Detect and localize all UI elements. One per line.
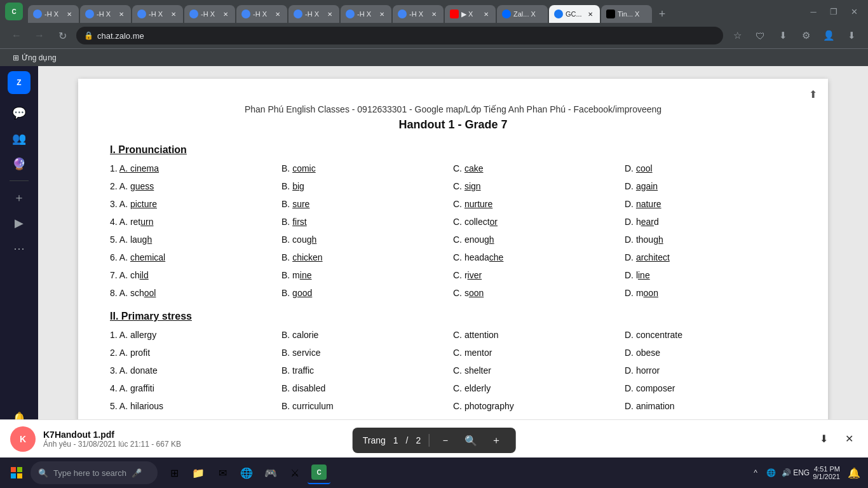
tab-5[interactable]: -H X ✕ xyxy=(236,5,287,23)
pdf-zoom-in-button[interactable]: ＋ xyxy=(487,431,505,449)
ps-3-b: B. traffic xyxy=(281,363,453,378)
download-icon[interactable]: ⬇ xyxy=(774,27,792,44)
tray-chevron[interactable]: ^ xyxy=(749,466,762,479)
ps-4-c: C. elderly xyxy=(453,381,625,396)
pdf-zoom-icon[interactable]: 🔍 xyxy=(462,431,480,449)
tab-4[interactable]: -H X ✕ xyxy=(184,5,235,23)
zalo-plus-icon[interactable]: ＋ xyxy=(8,186,31,209)
tab-youtube[interactable]: ▶ X ✕ xyxy=(445,5,496,23)
zalo-chat-icon[interactable]: 💬 xyxy=(8,102,31,125)
tab-close-5[interactable]: ✕ xyxy=(273,10,282,18)
tab-close-6[interactable]: ✕ xyxy=(325,10,334,18)
pron-1-d: D. cool xyxy=(625,161,796,176)
zalo-logo-text: Z xyxy=(17,78,21,87)
tab-close-youtube[interactable]: ✕ xyxy=(482,10,491,18)
pron-7-d: D. line xyxy=(625,268,796,283)
taskbar-edge-button[interactable]: 🌐 xyxy=(235,461,258,484)
section1-title: I. Pronunciation xyxy=(110,144,796,156)
ps-row-5: 5. A. hilarious B. curriculum C. photogr… xyxy=(110,398,796,414)
pdf-title: Handout 1 - Grade 7 xyxy=(110,118,796,132)
pdf-zoom-out-button[interactable]: － xyxy=(437,431,454,449)
back-button[interactable]: ← xyxy=(8,27,25,44)
tab-8[interactable]: -H X ✕ xyxy=(393,5,444,23)
tray-volume-icon[interactable]: 🔊 xyxy=(780,466,792,479)
taskbar-coccocactive[interactable]: C xyxy=(308,461,330,484)
taskbar-taskview-button[interactable]: ⊞ xyxy=(163,461,186,484)
minimize-button[interactable]: ─ xyxy=(804,3,822,20)
ps-4-b: B. disabled xyxy=(281,381,453,396)
taskbar-date: 9/1/2021 xyxy=(813,473,840,480)
chat-download-button[interactable]: ⬇ xyxy=(815,430,832,448)
taskbar-explorer-button[interactable]: 📁 xyxy=(187,461,210,484)
taskbar-garena-button[interactable]: 🎮 xyxy=(259,461,282,484)
ps-5-d: D. animation xyxy=(625,398,796,414)
tab-close-8[interactable]: ✕ xyxy=(430,10,438,18)
main-area: Z 💬 👥 🔮 ＋ ▶ ⋯ 🔔 ⚙ ⬆ Phan Phú English Cla… xyxy=(0,66,868,458)
notification-button[interactable]: 🔔 xyxy=(845,464,863,482)
tab-tiktok[interactable]: Tin... X xyxy=(601,5,652,23)
address-bar: ← → ↻ 🔒 chat.zalo.me ☆ 🛡 ⬇ ⚙ 👤 ⬇ xyxy=(0,23,868,48)
extensions-icon[interactable]: ⚙ xyxy=(797,27,815,44)
bookmark-apps[interactable]: ⊞ Ứng dụng xyxy=(8,51,62,65)
close-button[interactable]: ✕ xyxy=(845,3,863,20)
ps-2-b: B. service xyxy=(281,345,453,360)
zalo-discover-icon[interactable]: 🔮 xyxy=(8,152,31,175)
pron-2-num: 2. A. guess xyxy=(110,179,281,194)
tab-7[interactable]: -H X ✕ xyxy=(341,5,391,23)
taskbar-mail-button[interactable]: ✉ xyxy=(211,461,234,484)
tab-close-3[interactable]: ✕ xyxy=(169,10,178,18)
restore-button[interactable]: ❐ xyxy=(825,3,843,20)
chat-separator: - xyxy=(73,440,78,449)
zalo-contacts-icon[interactable]: 👥 xyxy=(8,127,31,150)
taskbar-search-icon: 🔍 xyxy=(38,468,48,478)
zalo-youtube-icon[interactable]: ▶ xyxy=(8,212,31,234)
tab-2[interactable]: -H X ✕ xyxy=(80,5,131,23)
save-icon[interactable]: ⬇ xyxy=(843,27,860,44)
tray-network-icon[interactable]: 🌐 xyxy=(764,466,777,479)
chat-size-separator: - xyxy=(151,440,156,449)
zalo-logo[interactable]: Z xyxy=(8,71,31,94)
bookmark-icon[interactable]: ☆ xyxy=(728,27,746,44)
pron-row-8: 8. A. school B. good C. soon D. moon xyxy=(110,285,796,301)
pron-6-b: B. chicken xyxy=(281,250,453,265)
tab-title-facebook: GC... xyxy=(566,10,586,18)
tab-favicon-1 xyxy=(33,10,42,18)
taskbar-lol-button[interactable]: ⚔ xyxy=(283,461,306,484)
reload-button[interactable]: ↻ xyxy=(53,27,71,44)
chat-avatar-letter: K xyxy=(20,434,26,444)
svg-rect-1 xyxy=(17,467,22,472)
tab-title-3: -H X xyxy=(149,10,169,18)
forward-button[interactable]: → xyxy=(31,27,48,44)
tab-close-facebook[interactable]: ✕ xyxy=(586,10,595,18)
pdf-export-icon[interactable]: ⬆ xyxy=(804,85,822,103)
tab-close-2[interactable]: ✕ xyxy=(117,10,126,18)
zalo-dots-icon[interactable]: ⋯ xyxy=(8,237,31,260)
pdf-toolbar-divider xyxy=(428,434,429,447)
pron-1-c: C. cake xyxy=(453,161,625,176)
tab-zalo[interactable]: Zal... X xyxy=(497,5,548,23)
section2-title: II. Primary stress xyxy=(110,311,796,322)
tab-facebook[interactable]: GC... ✕ xyxy=(549,5,600,23)
profile-icon[interactable]: 👤 xyxy=(820,27,837,44)
tab-3[interactable]: -H X ✕ xyxy=(132,5,183,23)
tab-title-youtube: ▶ X xyxy=(461,10,482,18)
new-tab-button[interactable]: + xyxy=(653,5,671,23)
taskbar-search-bar[interactable]: 🔍 Type here to search 🎤 xyxy=(31,461,158,484)
tray-lang[interactable]: ENG xyxy=(795,466,808,479)
tab-6[interactable]: -H X ✕ xyxy=(288,5,339,23)
url-bar[interactable]: 🔒 chat.zalo.me xyxy=(76,27,723,44)
pron-7-num: 7. A. child xyxy=(110,268,281,283)
tab-1[interactable]: -H X ✕ xyxy=(28,5,79,23)
tab-close-7[interactable]: ✕ xyxy=(377,10,386,18)
browser-logo[interactable]: C xyxy=(5,3,23,20)
shield-icon[interactable]: 🛡 xyxy=(751,27,769,44)
tab-close-1[interactable]: ✕ xyxy=(65,10,74,18)
primary-stress-questions: 1. A. allergy B. calorie C. attention D.… xyxy=(110,327,796,414)
pron-3-b: B. sure xyxy=(281,196,453,212)
chat-close-button[interactable]: ✕ xyxy=(840,430,858,448)
tab-close-4[interactable]: ✕ xyxy=(221,10,230,18)
taskbar-clock[interactable]: 4:51 PM 9/1/2021 xyxy=(813,465,840,480)
pdf-page-separator: / xyxy=(406,435,409,445)
pron-3-d: D. nature xyxy=(625,196,796,212)
start-button[interactable] xyxy=(5,461,28,484)
